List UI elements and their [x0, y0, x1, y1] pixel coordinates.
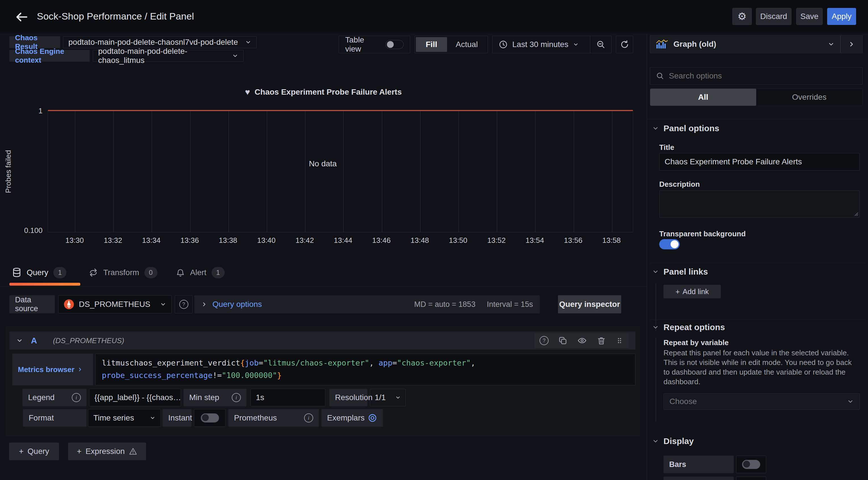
panel-title-input[interactable] — [659, 153, 860, 171]
tab-overrides[interactable]: Overrides — [756, 89, 862, 106]
plot-gridlines — [48, 110, 633, 232]
datasource-picker[interactable]: DS_PROMETHEUS — [58, 295, 172, 313]
datasource-value: DS_PROMETHEUS — [79, 300, 150, 309]
duplicate-query-icon[interactable] — [558, 336, 567, 345]
x-tick-label: 13:46 — [372, 236, 391, 245]
back-arrow-icon[interactable] — [15, 10, 28, 24]
bars-field-label: Bars — [663, 456, 734, 473]
variable-label-chaos-engine-context: Chaos Engine context — [9, 50, 90, 62]
chevron-down-icon — [395, 395, 401, 400]
min-step-input[interactable]: 1s — [250, 389, 326, 406]
query-count-badge: 1 — [53, 267, 66, 278]
bars-toggle[interactable] — [742, 460, 760, 469]
query-ref-id: A — [31, 336, 37, 345]
actual-option[interactable]: Actual — [447, 40, 487, 49]
fill-option[interactable]: Fill — [416, 37, 447, 52]
toggle-visibility-icon[interactable] — [577, 336, 587, 345]
gridline — [152, 110, 152, 232]
add-query-button[interactable]: + Query — [9, 443, 59, 460]
section-display[interactable]: Display — [652, 436, 694, 446]
chart-plot-area[interactable]: No data — [48, 110, 633, 232]
chevron-right-icon — [77, 367, 83, 372]
x-tick-label: 13:32 — [104, 236, 122, 245]
query-expression-input[interactable]: litmuschaos_experiment_verdict{job="litm… — [95, 354, 636, 385]
section-repeat-options[interactable]: Repeat options — [652, 322, 725, 332]
x-tick-label: 13:44 — [334, 236, 352, 245]
refresh-button[interactable] — [616, 36, 633, 53]
instant-toggle[interactable] — [201, 413, 219, 422]
resolution-select[interactable]: 1/1 — [370, 389, 406, 406]
x-tick-label: 13:54 — [526, 236, 544, 245]
visualization-picker[interactable]: Graph (old) — [650, 35, 840, 53]
table-view-toggle[interactable] — [385, 40, 404, 49]
transparent-background-toggle-wrap — [659, 239, 680, 249]
chevron-down-icon — [150, 415, 155, 421]
apply-button[interactable]: Apply — [827, 8, 856, 25]
zoom-out-button[interactable] — [590, 36, 611, 53]
tab-all[interactable]: All — [650, 89, 756, 106]
chevron-down-icon — [847, 398, 854, 405]
chevron-down-icon — [652, 438, 659, 445]
chevron-down-icon — [652, 268, 659, 275]
query-expression: litmuschaos_experiment_verdict{job="litm… — [102, 358, 475, 380]
panel-settings-gear-button[interactable]: ⚙ — [733, 8, 752, 25]
discard-button[interactable]: Discard — [756, 8, 792, 25]
x-tick-label: 13:48 — [410, 236, 429, 245]
tab-alert[interactable]: Alert 1 — [176, 267, 225, 278]
panel-title-field-wrap — [659, 153, 860, 171]
time-range-picker[interactable]: Last 30 minutes — [492, 36, 590, 53]
query-help-icon[interactable]: ? — [539, 336, 549, 345]
chevron-down-icon — [160, 301, 166, 307]
top-nav-bar: Sock-Shop Performance / Edit Panel ⚙ Dis… — [0, 0, 868, 34]
tab-transform[interactable]: Transform 0 — [89, 267, 157, 278]
query-inspector-button[interactable]: Query inspector — [558, 295, 621, 313]
section-panel-links[interactable]: Panel links — [652, 267, 708, 277]
query-row-header[interactable]: A (DS_PROMETHEUS) ? — [9, 332, 636, 350]
panel-description-textarea[interactable] — [659, 191, 860, 217]
query-options-label: Query options — [213, 300, 262, 309]
plus-icon: + — [19, 447, 24, 456]
active-tab-underline — [9, 283, 80, 286]
collapse-pane-button[interactable] — [840, 35, 863, 53]
add-link-button[interactable]: + Add link — [663, 285, 721, 298]
y-axis-title-wrap: Probes failed — [2, 110, 15, 232]
section-indent-line — [655, 338, 656, 422]
clock-icon — [499, 40, 508, 49]
refresh-icon — [620, 40, 629, 49]
legend-format-input[interactable]: {{app_label}} - {{chaos… — [89, 389, 181, 406]
database-icon — [12, 267, 22, 278]
drag-handle-icon[interactable] — [616, 336, 623, 345]
prometheus-icon — [64, 299, 74, 310]
transparent-background-toggle[interactable] — [659, 239, 680, 249]
x-tick-label: 13:50 — [449, 236, 467, 245]
delete-query-icon[interactable] — [597, 336, 606, 345]
datasource-help-button[interactable]: ? — [175, 295, 193, 313]
chevron-right-icon — [201, 301, 207, 307]
x-tick-label: 13:34 — [142, 236, 160, 245]
metrics-browser-button[interactable]: Metrics browser — [12, 354, 93, 385]
max-data-points-text: MD = auto = 1853 — [414, 300, 475, 309]
gear-icon: ⚙ — [738, 10, 747, 23]
variable-dropdown-chaos-engine-context[interactable]: podtato-main-pod-delete-chaos_litmus — [93, 50, 244, 62]
exemplars-target-icon[interactable] — [368, 413, 377, 423]
search-options-input[interactable] — [669, 71, 839, 80]
resize-handle-icon[interactable] — [853, 211, 858, 216]
repeat-variable-select[interactable]: Choose — [663, 393, 860, 410]
save-button[interactable]: Save — [796, 8, 823, 25]
panel-preview-title: ♥ Chaos Experiment Probe Failure Alerts — [0, 87, 647, 97]
x-axis-labels: 13:3013:3213:3413:3613:3813:4013:4213:44… — [48, 234, 633, 246]
variable-dropdown-chaos-result[interactable]: podtato-main-pod-delete-chaosnl7vd-pod-d… — [63, 36, 257, 48]
threshold-line — [48, 110, 633, 111]
gridline — [574, 110, 574, 232]
x-tick-label: 13:56 — [564, 236, 582, 245]
query-options-bar[interactable]: Query options MD = auto = 1853 Interval … — [194, 295, 540, 313]
search-options-box[interactable] — [650, 67, 863, 85]
tab-query[interactable]: Query 1 — [12, 267, 66, 278]
title-field-label: Title — [659, 143, 674, 152]
gridline — [382, 110, 382, 232]
format-select[interactable]: Time series — [88, 409, 161, 427]
add-expression-button[interactable]: + Expression — [68, 443, 146, 460]
x-tick-label: 13:36 — [180, 236, 199, 245]
section-panel-options[interactable]: Panel options — [652, 124, 719, 133]
gridline — [612, 110, 613, 232]
